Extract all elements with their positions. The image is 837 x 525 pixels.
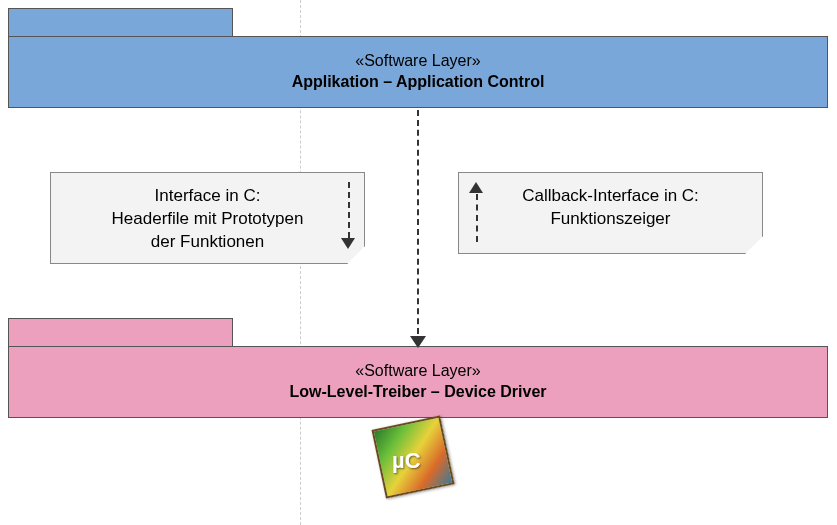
callback-note: Callback-Interface in C: Funktionszeiger bbox=[458, 172, 763, 254]
driver-layer-tab bbox=[8, 318, 233, 346]
driver-layer: «Software Layer» Low-Level-Treiber – Dev… bbox=[8, 346, 828, 418]
microcontroller-label: µC bbox=[392, 448, 421, 474]
callback-note-line1: Callback-Interface in C: bbox=[469, 185, 752, 208]
application-layer-tab bbox=[8, 8, 233, 36]
arrow-down-icon bbox=[341, 238, 355, 249]
note-fold-icon bbox=[745, 236, 763, 254]
dependency-arrow bbox=[417, 110, 419, 344]
application-layer-title: «Software Layer» Applikation – Applicati… bbox=[9, 37, 827, 93]
callback-arrow-up bbox=[476, 194, 478, 242]
arrow-up-icon bbox=[469, 182, 483, 193]
callback-note-line2: Funktionszeiger bbox=[469, 208, 752, 231]
application-layer: «Software Layer» Applikation – Applicati… bbox=[8, 36, 828, 108]
interface-note-line2: Headerfile mit Prototypen bbox=[61, 208, 354, 231]
interface-note: Interface in C: Headerfile mit Prototype… bbox=[50, 172, 365, 264]
driver-name: Low-Level-Treiber – Device Driver bbox=[9, 382, 827, 403]
driver-layer-title: «Software Layer» Low-Level-Treiber – Dev… bbox=[9, 347, 827, 403]
application-stereotype: «Software Layer» bbox=[9, 51, 827, 72]
interface-arrow-down bbox=[348, 182, 350, 238]
interface-note-line3: der Funktionen bbox=[61, 231, 354, 254]
arrow-down-icon bbox=[410, 336, 426, 348]
driver-stereotype: «Software Layer» bbox=[9, 361, 827, 382]
application-name: Applikation – Application Control bbox=[9, 72, 827, 93]
interface-note-line1: Interface in C: bbox=[61, 185, 354, 208]
